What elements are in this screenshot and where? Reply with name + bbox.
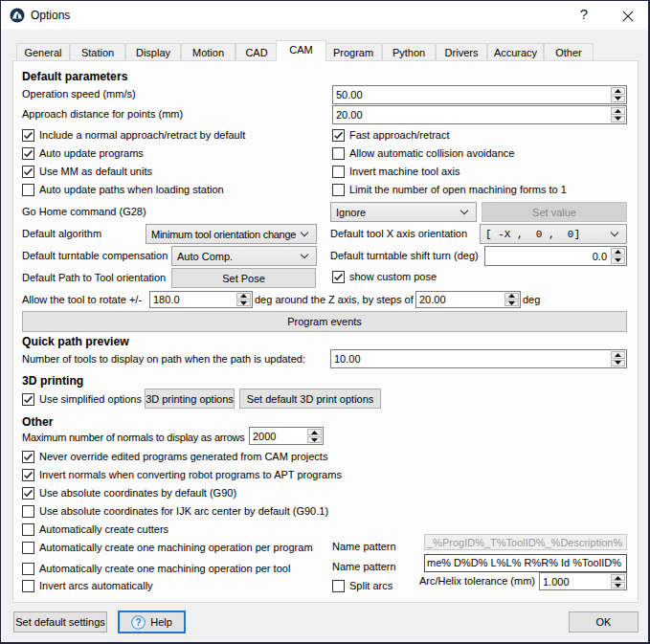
svg-text:?: ? xyxy=(136,617,142,628)
